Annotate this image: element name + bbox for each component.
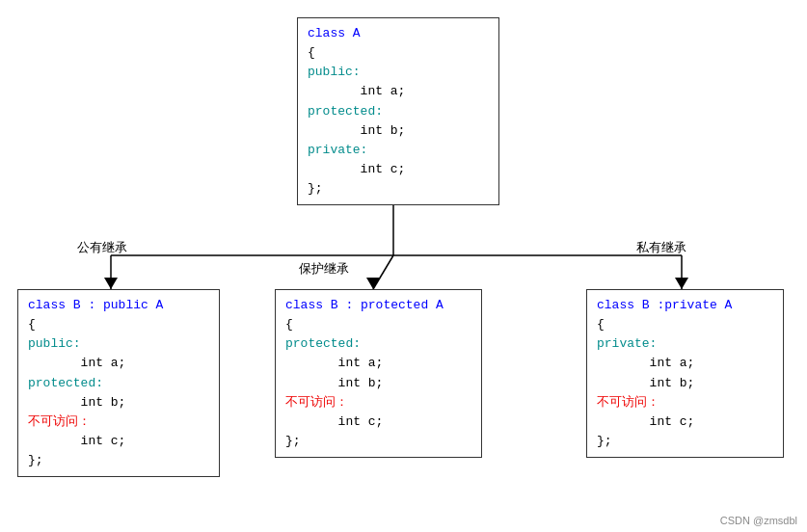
bp-line-5: protected: [28, 374, 209, 393]
bp-line-2: { [28, 315, 209, 334]
bprot-line-8: }; [285, 432, 471, 451]
bp-line-6: int b; [28, 393, 209, 412]
bprot-line-7: int c; [285, 412, 471, 432]
bp-line-8: int c; [28, 432, 209, 451]
class-b-private-box: class B :private A { private: int a; int… [586, 289, 784, 458]
class-a-line-2: { [308, 43, 489, 63]
class-a-box: class A { public: int a; protected: int … [297, 17, 499, 205]
svg-line-3 [373, 255, 393, 289]
bpriv-line-2: { [597, 315, 773, 334]
bpriv-line-5: int b; [597, 374, 773, 393]
class-a-line-1: class A [308, 24, 489, 43]
class-a-line-4: int a; [308, 82, 489, 101]
bprot-line-1: class B : protected A [285, 296, 471, 315]
bpriv-line-3: private: [597, 334, 773, 354]
class-a-line-5: protected: [308, 102, 489, 121]
class-a-line-6: int b; [308, 121, 489, 141]
bprot-line-3: protected: [285, 334, 471, 354]
class-a-line-7: private: [308, 141, 489, 160]
public-inheritance-label: 公有继承 [77, 239, 127, 256]
bp-line-4: int a; [28, 354, 209, 373]
private-inheritance-label: 私有继承 [636, 239, 686, 256]
bpriv-line-4: int a; [597, 354, 773, 373]
bp-line-3: public: [28, 334, 209, 354]
watermark: CSDN @zmsdbl [720, 515, 797, 526]
protected-inheritance-label: 保护继承 [299, 260, 349, 278]
bpriv-line-6: 不可访问： [597, 393, 773, 412]
bprot-line-4: int a; [285, 354, 471, 373]
bp-line-7: 不可访问： [28, 412, 209, 432]
svg-marker-7 [675, 278, 688, 289]
bprot-line-2: { [285, 315, 471, 334]
class-a-line-8: int c; [308, 160, 489, 179]
bpriv-line-1: class B :private A [597, 296, 773, 315]
bpriv-line-8: }; [597, 432, 773, 451]
class-a-line-3: public: [308, 63, 489, 82]
class-b-protected-box: class B : protected A { protected: int a… [275, 289, 482, 458]
svg-marker-6 [366, 278, 380, 289]
bprot-line-5: int b; [285, 374, 471, 393]
bp-line-1: class B : public A [28, 296, 209, 315]
bpriv-line-7: int c; [597, 412, 773, 432]
diagram-container: class A { public: int a; protected: int … [0, 0, 807, 532]
class-b-public-box: class B : public A { public: int a; prot… [17, 289, 220, 477]
class-a-line-9: }; [308, 179, 489, 199]
bp-line-9: }; [28, 451, 209, 470]
svg-marker-5 [104, 278, 118, 289]
bprot-line-6: 不可访问： [285, 393, 471, 412]
